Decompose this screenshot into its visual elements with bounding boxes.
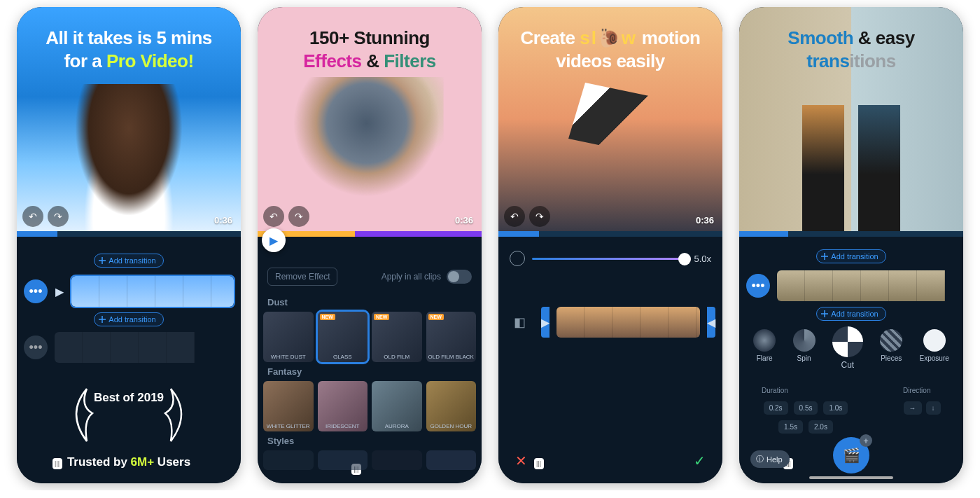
effect-thumb[interactable]: GOLDEN HOUR <box>426 381 477 431</box>
clip-handle-left[interactable]: ▶ <box>541 307 550 338</box>
effect-thumb[interactable] <box>263 450 314 470</box>
clip-strip[interactable] <box>777 270 956 301</box>
undo-icon[interactable]: ↶ <box>22 206 43 227</box>
direction-down-icon[interactable]: ↓ <box>926 401 941 415</box>
clapper-icon: 🎬 <box>843 447 860 464</box>
section-fantasy: Fantasy <box>258 362 482 381</box>
speed-knob[interactable] <box>678 253 691 265</box>
effect-thumb[interactable]: NEW GLASS <box>318 312 368 362</box>
add-transition-button-2[interactable]: Add transition <box>94 312 163 326</box>
section-styles: Styles <box>258 431 482 450</box>
transition-picker: Flare Spin Cut Pieces Exposure <box>739 321 963 381</box>
help-button[interactable]: ⓘ Help <box>750 450 790 468</box>
undo-icon[interactable]: ↶ <box>504 206 525 227</box>
effect-thumb[interactable]: WHITE DUST <box>263 312 314 362</box>
hero-figure <box>66 84 192 231</box>
speedometer-icon <box>510 251 525 266</box>
play-icon[interactable]: ▶ <box>262 228 286 252</box>
effect-thumb[interactable] <box>426 450 477 470</box>
effect-thumb[interactable] <box>318 450 368 470</box>
transition-option[interactable]: Flare <box>753 329 776 373</box>
timecode: 0:36 <box>214 215 232 226</box>
home-indicator <box>809 476 893 479</box>
duration-options: 0.2s 0.5s 1.0s 1.5s 2.0s <box>749 396 862 439</box>
dust-thumb-row: WHITE DUST NEW GLASS NEWOLD FILM NEWOLD … <box>258 312 482 362</box>
more-button[interactable]: ••• <box>24 279 48 303</box>
fantasy-thumb-row: WHITE GLITTER IRIDESCENT AURORA GOLDEN H… <box>258 381 482 431</box>
redo-icon[interactable]: ↷ <box>288 206 309 227</box>
add-transition-button[interactable]: Add transition <box>816 249 886 263</box>
transition-option[interactable]: Exposure <box>920 329 949 373</box>
hero-area: 150+ Stunning Effects & Filters ↶ ↷ 0:36 <box>258 7 482 231</box>
apply-all-label: Apply in all clips <box>382 272 441 282</box>
apply-all-toggle[interactable] <box>447 270 472 284</box>
hero-figure <box>774 70 928 231</box>
effect-thumb[interactable]: IRIDESCENT <box>318 381 368 431</box>
editor-panel: ▶ ||| Remove Effect Apply in all clips D… <box>258 231 482 483</box>
direction-label: Direction <box>890 381 953 396</box>
add-transition-button-2[interactable]: Add transition <box>816 307 886 321</box>
add-icon[interactable]: ＋ <box>860 434 872 447</box>
section-dust: Dust <box>258 293 482 312</box>
clip-strip[interactable] <box>556 307 700 338</box>
duration-chip[interactable]: 1.0s <box>823 401 848 415</box>
duration-chip[interactable]: 2.0s <box>808 420 833 434</box>
hero-area: Create sl🐌w motion videos easily ↶ ↷ 0:3… <box>498 7 722 231</box>
undo-icon[interactable]: ↶ <box>263 206 284 227</box>
clip-handle-right[interactable]: ◀ <box>707 307 715 338</box>
timeline-track[interactable] <box>739 231 963 237</box>
add-transition-label: Add transition <box>108 256 155 265</box>
speed-slider[interactable] <box>532 258 687 260</box>
headline-effects: Effects <box>303 50 361 71</box>
duration-chip[interactable]: 0.2s <box>764 401 788 415</box>
effect-thumb[interactable]: AURORA <box>372 381 422 431</box>
confirm-icon[interactable]: ✓ <box>694 452 706 469</box>
cancel-icon[interactable]: ✕ <box>515 452 527 469</box>
award-badge: Best of 2019 <box>17 378 241 451</box>
new-badge: NEW <box>320 314 335 320</box>
redo-icon[interactable]: ↷ <box>48 206 69 227</box>
info-icon: ⓘ <box>756 454 764 464</box>
playhead-icon[interactable]: ||| <box>52 458 62 469</box>
timeline-track[interactable] <box>498 231 722 237</box>
screenshot-4: Smooth & easy transitions ||| Add transi… <box>739 7 963 483</box>
clip-strip[interactable] <box>71 276 234 307</box>
editor-panel: ||| Add transition ••• ▶ Add transition <box>17 231 241 483</box>
play-handle-icon[interactable]: ▶ <box>55 285 64 298</box>
effect-thumb[interactable]: WHITE GLITTER <box>263 381 314 431</box>
more-button[interactable]: ••• <box>24 336 48 359</box>
effect-thumb[interactable]: NEWOLD FILM BLACK <box>426 312 477 362</box>
transition-option[interactable]: Pieces <box>880 329 902 373</box>
timecode: 0:36 <box>696 215 714 226</box>
editor-panel: ||| Add transition ••• Add transition <box>739 231 963 483</box>
mirror-icon[interactable]: ◧ <box>505 314 534 330</box>
editor-panel: ||| 5.0x ◧ ▶ ◀ ✕ ✓ <box>498 231 722 483</box>
transition-option-selected[interactable]: Cut <box>832 326 863 370</box>
transition-option[interactable]: Spin <box>793 329 816 373</box>
headline-line1: All it takes is 5 mins <box>46 27 212 48</box>
redo-icon[interactable]: ↷ <box>529 206 550 227</box>
transition-settings: Duration 0.2s 0.5s 1.0s 1.5s 2.0s Direct… <box>739 381 963 439</box>
more-button[interactable]: ••• <box>746 274 770 298</box>
effect-thumb[interactable] <box>372 450 422 470</box>
timeline-track[interactable] <box>258 231 482 237</box>
create-button[interactable]: 🎬 ＋ <box>833 437 869 473</box>
timeline-track[interactable] <box>17 231 241 237</box>
styles-thumb-row <box>258 450 482 471</box>
duration-chip[interactable]: 0.5s <box>794 401 818 415</box>
add-transition-label: Add transition <box>108 315 155 324</box>
headline-line2a: for a <box>64 50 106 71</box>
add-transition-button[interactable]: Add transition <box>94 254 163 268</box>
clip-strip[interactable] <box>55 332 234 363</box>
screenshot-2: 150+ Stunning Effects & Filters ↶ ↷ 0:36… <box>258 7 482 483</box>
headline-amp: & <box>361 50 384 71</box>
direction-right-icon[interactable]: → <box>904 401 922 415</box>
headline-filters: Filters <box>384 50 436 71</box>
remove-effect-button[interactable]: Remove Effect <box>267 268 337 286</box>
hero-area: Smooth & easy transitions <box>739 7 963 231</box>
headline-smooth: Smooth <box>788 27 853 48</box>
duration-chip[interactable]: 1.5s <box>778 420 803 434</box>
editor-controls: ↶ ↷ <box>22 206 69 227</box>
effect-thumb[interactable]: NEWOLD FILM <box>372 312 422 362</box>
screenshot-3: Create sl🐌w motion videos easily ↶ ↷ 0:3… <box>498 7 722 483</box>
